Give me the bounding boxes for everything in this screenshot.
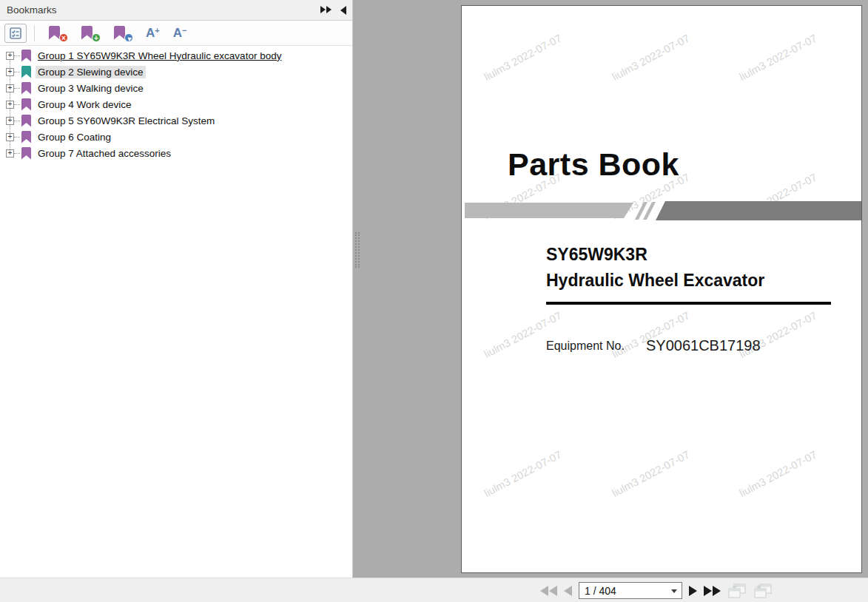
bookmark-ribbon-icon <box>21 131 31 143</box>
last-page-button[interactable] <box>704 586 721 596</box>
bookmark-label[interactable]: Group 6 Coating <box>36 131 113 143</box>
model-number: SY65W9K3R <box>546 245 647 265</box>
equipment-no-label: Equipment No. <box>546 339 625 353</box>
page-navigation <box>540 581 773 600</box>
bookmark-label[interactable]: Group 2 Slewing device <box>36 66 146 78</box>
toolbar-separator <box>34 25 35 41</box>
bookmark-ribbon-icon <box>21 50 31 62</box>
tree-connector <box>14 104 20 105</box>
triangle-right-icon <box>689 586 697 596</box>
watermark-text: liulm3 2022-07-07 <box>482 447 565 499</box>
watermark-text: liulm3 2022-07-07 <box>482 31 565 83</box>
previous-view-button[interactable] <box>727 583 747 599</box>
delete-bookmark-button[interactable]: × <box>47 24 68 43</box>
splitter-grip-icon[interactable] <box>355 232 360 268</box>
page-title: Parts Book <box>508 146 679 183</box>
plus-icon: + <box>155 27 159 35</box>
arrow-icon <box>127 35 132 41</box>
bookmark-options-button[interactable] <box>4 24 27 43</box>
bookmarks-toolbar: × + A+ A− <box>0 21 352 46</box>
page-number-combobox[interactable] <box>579 582 682 599</box>
increase-text-size-button[interactable]: A+ <box>146 27 160 39</box>
bookmarks-panel-title: Bookmarks <box>7 4 57 16</box>
bookmarks-panel-header: Bookmarks <box>0 0 352 21</box>
letter-a-icon: A <box>146 27 155 39</box>
watermark-text: liulm3 2022-07-07 <box>737 31 821 83</box>
dropdown-caret-icon[interactable] <box>671 589 677 593</box>
bookmarks-panel: Bookmarks × <box>0 0 353 578</box>
bookmark-ribbon-icon <box>21 115 31 127</box>
previous-view-icon <box>727 583 747 599</box>
expand-toggle[interactable]: + <box>6 68 14 76</box>
tree-connector <box>14 72 20 72</box>
decrease-text-size-button[interactable]: A− <box>173 27 187 39</box>
bookmark-label[interactable]: Group 3 Walking device <box>36 82 146 95</box>
bookmark-item[interactable]: + Group 7 Attached accessories <box>0 145 352 161</box>
bookmark-item[interactable]: + Group 6 Coating <box>0 129 352 145</box>
letter-a-icon: A <box>173 27 182 39</box>
machine-type: Hydraulic Wheel Excavator <box>546 271 764 291</box>
page-number-input[interactable] <box>579 583 670 598</box>
triangle-right-icon <box>704 586 712 596</box>
expand-toggle[interactable]: + <box>6 117 14 125</box>
bookmark-label[interactable]: Group 5 SY60W9K3R Electrical System <box>36 115 217 127</box>
next-view-button[interactable] <box>753 583 773 599</box>
add-bookmark-button[interactable]: + <box>80 24 101 43</box>
triangle-left-icon <box>540 586 548 596</box>
decorative-banner <box>462 200 861 222</box>
bookmark-ribbon-icon <box>21 82 31 95</box>
bookmark-ribbon-icon <box>114 26 125 40</box>
triangle-left-icon <box>549 586 557 596</box>
collapse-panel-icon[interactable] <box>340 6 346 15</box>
first-page-button[interactable] <box>540 586 557 596</box>
bookmark-label[interactable]: Group 7 Attached accessories <box>36 147 173 160</box>
tree-connector <box>14 153 20 154</box>
watermark-text: liulm3 2022-07-07 <box>610 31 693 83</box>
next-view-icon <box>753 583 773 599</box>
pdf-page: liulm3 2022-07-07liulm3 2022-07-07liulm3… <box>461 5 862 573</box>
expand-toggle[interactable]: + <box>6 84 14 92</box>
horizontal-rule <box>546 302 831 305</box>
bookmark-tree: + Group 1 SY65W9K3R Wheel Hydraulic exca… <box>0 46 352 161</box>
equipment-no-value: SY0061CB17198 <box>646 337 761 354</box>
bookmark-item[interactable]: + Group 3 Walking device <box>0 80 352 96</box>
bookmark-label[interactable]: Group 4 Work device <box>36 98 134 111</box>
next-page-button[interactable] <box>689 586 697 596</box>
bookmark-item[interactable]: + Group 2 Slewing device <box>0 64 352 80</box>
locate-bookmark-button[interactable] <box>112 24 133 43</box>
tree-connector <box>14 121 20 121</box>
add-badge-icon: + <box>92 33 101 42</box>
tree-connector <box>14 55 20 56</box>
bookmark-item[interactable]: + Group 1 SY65W9K3R Wheel Hydraulic exca… <box>0 47 352 64</box>
status-bar <box>0 578 868 602</box>
watermark-text: liulm3 2022-07-07 <box>610 447 693 499</box>
bookmark-ribbon-icon <box>21 147 31 160</box>
triangle-left-icon <box>564 586 572 596</box>
tree-connector <box>14 137 20 138</box>
document-canvas: liulm3 2022-07-07liulm3 2022-07-07liulm3… <box>363 0 868 578</box>
expand-toggle[interactable]: + <box>6 101 14 109</box>
bookmark-item[interactable]: + Group 4 Work device <box>0 96 352 112</box>
bookmark-ribbon-icon <box>21 98 31 111</box>
bookmark-ribbon-icon <box>81 26 92 40</box>
previous-page-button[interactable] <box>564 586 572 596</box>
chevron-right-icon <box>326 6 332 13</box>
expand-toggle[interactable]: + <box>6 52 14 60</box>
expand-panel-icon[interactable] <box>320 6 332 13</box>
locate-badge-icon <box>124 33 133 42</box>
expand-toggle[interactable]: + <box>6 133 14 141</box>
banner-light-bar <box>465 203 633 218</box>
triangle-right-icon <box>713 586 721 596</box>
bookmark-item[interactable]: + Group 5 SY60W9K3R Electrical System <box>0 112 352 129</box>
delete-badge-icon: × <box>59 33 68 42</box>
triangle-left-icon <box>340 6 346 15</box>
watermark-text: liulm3 2022-07-07 <box>737 447 821 499</box>
chevron-right-icon <box>320 6 326 13</box>
banner-dark-bar <box>656 201 861 220</box>
expand-toggle[interactable]: + <box>6 149 14 158</box>
pdf-viewer-window: Bookmarks × <box>0 0 868 602</box>
bookmark-label[interactable]: Group 1 SY65W9K3R Wheel Hydraulic excava… <box>36 50 283 62</box>
minus-icon: − <box>182 27 186 35</box>
checklist-icon <box>9 27 22 40</box>
panel-splitter[interactable] <box>353 0 363 578</box>
